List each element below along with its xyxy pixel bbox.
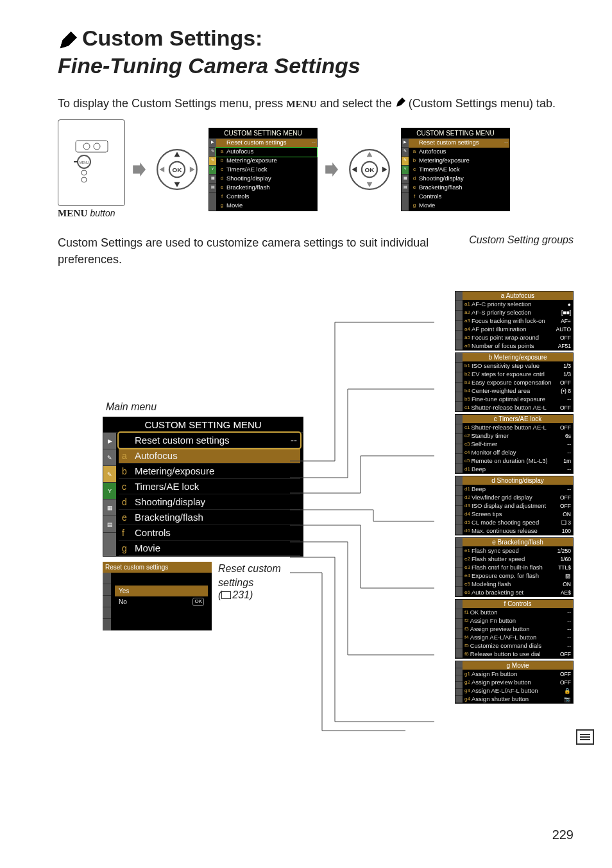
group-row: d6Max. continuous release100 xyxy=(463,526,573,535)
bigmenu-row: Reset custom settings-- xyxy=(119,433,300,448)
group-row: d2Viewfinder grid displayOFF xyxy=(463,493,573,501)
setting-group: f Controlsf1OK button--f2Assign Fn butto… xyxy=(455,599,574,659)
lcd-row: dShooting/display xyxy=(409,175,509,184)
group-row: c2Standby timer6s xyxy=(463,431,573,440)
lcd-row: fControls xyxy=(216,193,317,202)
svg-text:OK: OK xyxy=(173,166,183,173)
menu-button-caption-text: button xyxy=(88,208,115,218)
group-row: g3Assign AE-L/AF-L button🔒 xyxy=(463,686,573,695)
group-title: d Shooting/display xyxy=(463,476,573,485)
reset-screenshot: Reset custom settings Yes No OK xyxy=(103,562,212,630)
svg-marker-17 xyxy=(160,166,165,172)
group-row: a4AF point illuminationAUTO xyxy=(463,325,573,333)
svg-marker-18 xyxy=(190,166,195,172)
setting-group: b Metering/exposureb1ISO sensitivity ste… xyxy=(455,352,574,412)
group-row: e4Exposure comp. for flash▨ xyxy=(463,571,573,580)
lcd-row: bMetering/exposure xyxy=(216,157,317,166)
lcd-row: gMovie xyxy=(409,202,509,211)
group-row: e6Auto bracketing setAE$ xyxy=(463,588,573,596)
svg-marker-11 xyxy=(133,162,146,177)
reset-no: No OK xyxy=(115,596,208,607)
group-row: b5Fine-tune optimal exposure-- xyxy=(463,395,573,403)
group-row: c5Remote on duration (ML-L3)1m xyxy=(463,456,573,465)
setting-group: c Timers/AE lockc1Shutter-release button… xyxy=(455,414,574,474)
intro-post: (Custom Settings menu) tab. xyxy=(405,97,556,110)
lcd-tabs: ▶✎✎Y▦▤ xyxy=(209,139,216,211)
reset-title: Reset custom settings xyxy=(103,562,212,573)
dpad-illustration: OK xyxy=(344,148,395,191)
group-row: a6Number of focus pointsAF51 xyxy=(463,342,573,350)
svg-text:OK: OK xyxy=(365,166,375,173)
group-row: e3Flash cntrl for built-in flashTTL$ xyxy=(463,563,573,571)
lcd-row: cTimers/AE lock xyxy=(409,166,509,175)
group-row: g2Assign preview buttonOFF xyxy=(463,678,573,686)
group-row: f3Assign preview button-- xyxy=(463,625,573,633)
lcd-row: gMovie xyxy=(216,202,317,211)
reset-caption-l1: Reset custom xyxy=(218,563,281,574)
group-row: b3Easy exposure compensationOFF xyxy=(463,378,573,386)
title-line2: Fine-Tuning Camera Settings xyxy=(58,53,574,78)
group-row: a5Focus point wrap-aroundOFF xyxy=(463,333,573,342)
group-row: e2Flash shutter speed1/60 xyxy=(463,555,573,563)
group-row: a3Focus tracking with lock-onAF≡ xyxy=(463,317,573,325)
group-title: f Controls xyxy=(463,600,573,608)
svg-marker-2 xyxy=(396,98,405,107)
setting-group: a Autofocusa1AF-C priority selection●a2A… xyxy=(455,291,574,351)
group-row: d3ISO display and adjustmentOFF xyxy=(463,501,573,510)
group-row: f1OK button-- xyxy=(463,608,573,616)
reset-ref-num: 231 xyxy=(232,589,250,600)
bigmenu-row: fControls xyxy=(119,525,300,541)
svg-rect-3 xyxy=(76,141,108,152)
group-row: a1AF-C priority selection● xyxy=(463,300,573,308)
camera-illustration: MENU xyxy=(58,119,125,206)
lcd-row: aAutofocus xyxy=(216,148,317,157)
reset-ref: (231) xyxy=(218,589,281,601)
intro-mid: and select the xyxy=(317,97,395,110)
ok-icon: OK xyxy=(192,598,204,606)
bigmenu-row: dShooting/display xyxy=(119,494,300,510)
lcd-row: fControls xyxy=(409,193,509,202)
intro-text: To display the Custom Settings menu, pre… xyxy=(58,95,574,112)
arrow-right-icon xyxy=(132,162,146,177)
group-row: g1Assign Fn buttonOFF xyxy=(463,670,573,678)
intro-pre: To display the Custom Settings menu, pre… xyxy=(58,97,286,110)
group-row: c1Shutter-release button AE-LOFF xyxy=(463,403,573,412)
svg-point-8 xyxy=(81,170,87,175)
menu-button-caption: MENU button xyxy=(58,208,125,219)
bigmenu-row: eBracketing/flash xyxy=(119,510,300,525)
setting-group: g Movieg1Assign Fn buttonOFFg2Assign pre… xyxy=(455,661,574,704)
group-row: d1Beep-- xyxy=(463,485,573,493)
group-row: f4Assign AE-L/AF-L button-- xyxy=(463,633,573,641)
svg-marker-25 xyxy=(352,166,357,172)
group-row: g4Assign shutter button📷 xyxy=(463,695,573,703)
lcd-row: dShooting/display xyxy=(216,175,317,184)
svg-marker-26 xyxy=(382,166,387,172)
lcd-row: Reset custom settings-- xyxy=(409,139,509,148)
bigmenu-row: cTimers/AE lock xyxy=(119,479,300,494)
arrow-right-icon xyxy=(324,162,338,177)
setting-group: d Shooting/displayd1Beep--d2Viewfinder g… xyxy=(455,476,574,535)
group-row: c1Shutter-release button AE-LOFF xyxy=(463,423,573,431)
group-row: b4Center-weighted area(•) 8 xyxy=(463,386,573,395)
lcd-row: bMetering/exposure xyxy=(409,157,509,166)
group-row: d4Screen tipsON xyxy=(463,510,573,518)
group-row: c3Self-timer-- xyxy=(463,440,573,448)
page-number: 229 xyxy=(552,828,574,842)
group-row: f5Customize command dials-- xyxy=(463,641,573,650)
svg-point-4 xyxy=(83,143,90,150)
illustration-row: MENU MENU button OK xyxy=(58,119,574,219)
page-title: Custom Settings: xyxy=(58,26,574,51)
svg-marker-23 xyxy=(367,152,373,157)
reset-caption: Reset custom settings xyxy=(218,562,281,589)
svg-text:MENU: MENU xyxy=(79,161,89,164)
group-row: f2Assign Fn button-- xyxy=(463,616,573,625)
lcd-row: eBracketing/flash xyxy=(216,184,317,193)
bigmenu-title: CUSTOM SETTING MENU xyxy=(103,417,303,433)
group-row: b2EV steps for exposure cntrl1/3 xyxy=(463,370,573,378)
menu-glyph-caption: MENU xyxy=(58,208,88,218)
lcd-title: CUSTOM SETTING MENU xyxy=(402,128,509,139)
group-title: b Metering/exposure xyxy=(463,353,573,361)
svg-point-9 xyxy=(81,177,87,182)
group-title: g Movie xyxy=(463,661,573,670)
group-row: c4Monitor off delay-- xyxy=(463,448,573,456)
